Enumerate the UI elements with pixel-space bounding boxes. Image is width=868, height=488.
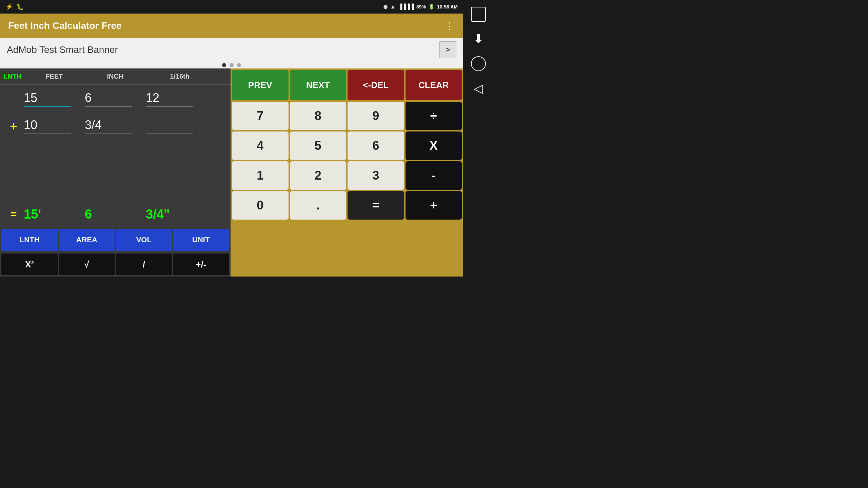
ad-content: AdMob Test Smart Banner > [0, 38, 463, 62]
time-display: 10:58 AM [437, 4, 458, 9]
ad-dot-1 [222, 63, 226, 67]
input-row-2: + 10 3/4 [0, 112, 231, 139]
nav-down-arrow-icon[interactable]: ⬇ [473, 32, 484, 46]
num-6-button[interactable]: 6 [348, 131, 404, 160]
row1-feet-field[interactable]: 15 [24, 91, 85, 108]
row2-feet-value: 10 [24, 118, 85, 134]
num-divide-button[interactable]: ÷ [406, 102, 462, 130]
numpad-row-789: 7 8 9 ÷ [232, 102, 462, 130]
app-title: Feet Inch Calculator Free [8, 20, 122, 31]
row1-sixteenth-field[interactable]: 12 [146, 91, 214, 108]
col-header-sixteenth: 1/16th [146, 73, 214, 80]
row2-inch-field[interactable]: 3/4 [85, 118, 146, 136]
column-headers: LNTH FEET INCH 1/16th [0, 68, 231, 85]
del-button[interactable]: <-DEL [348, 70, 404, 100]
ad-banner-section: AdMob Test Smart Banner > [0, 38, 463, 68]
row1-inch-value: 6 [85, 91, 146, 106]
num-7-button[interactable]: 7 [232, 102, 289, 130]
signal-icon: ▐▐▐▐ [398, 4, 414, 10]
math-plusminus-button[interactable]: +/- [173, 253, 230, 275]
input-area: LNTH FEET INCH 1/16th 15 6 12 [0, 68, 231, 277]
row2-sixteenth-underline [146, 134, 193, 134]
row2-inch-value: 3/4 [85, 118, 146, 134]
ad-dots [0, 62, 463, 68]
debug-icon: 🐛 [16, 3, 24, 11]
row1-operator [3, 106, 24, 108]
numpad-row-456: 4 5 6 X [232, 131, 462, 160]
col-header-inch: INCH [85, 73, 146, 80]
ad-dot-2 [230, 63, 234, 67]
math-buttons: X² √ / +/- [0, 252, 231, 277]
row2-inch-underline [85, 134, 132, 134]
spacer [0, 139, 231, 201]
clear-button[interactable]: CLEAR [406, 70, 462, 100]
mode-unit-button[interactable]: UNIT [173, 229, 230, 251]
nav-square-icon[interactable] [471, 7, 486, 22]
row1-inch-underline [85, 106, 132, 107]
math-sqrt-button[interactable]: √ [59, 253, 115, 275]
ad-text: AdMob Test Smart Banner [7, 44, 118, 55]
col-header-feet: FEET [24, 73, 85, 80]
status-right: ⊛ ▲ ▐▐▐▐ 89% 🔋 10:58 AM [383, 4, 458, 10]
ad-arrow-button[interactable]: > [439, 41, 456, 58]
col-header-lnth: LNTH [3, 73, 24, 80]
usb-icon: ⚡ [5, 3, 13, 11]
wifi-icon: ▲ [390, 4, 396, 10]
battery-icon: 🔋 [429, 4, 434, 9]
numpad-row-0eq: 0 . = + [232, 191, 462, 220]
num-0-button[interactable]: 0 [232, 191, 289, 220]
row1-sixteenth-underline [146, 106, 193, 107]
result-fraction: 3/4" [146, 207, 214, 222]
num-5-button[interactable]: 5 [290, 131, 347, 160]
input-row-1: 15 6 12 [0, 85, 231, 112]
row2-feet-field[interactable]: 10 [24, 118, 85, 136]
num-9-button[interactable]: 9 [348, 102, 404, 130]
mode-vol-button[interactable]: VOL [116, 229, 172, 251]
math-divide-button[interactable]: / [116, 253, 172, 275]
mode-area-button[interactable]: AREA [59, 229, 115, 251]
num-dot-button[interactable]: . [290, 191, 347, 220]
row1-feet-underline [24, 106, 71, 107]
result-feet: 15' [24, 207, 85, 222]
nav-circle-icon[interactable] [471, 56, 486, 71]
next-button[interactable]: NEXT [290, 70, 347, 100]
status-bar: ⚡ 🐛 ⊛ ▲ ▐▐▐▐ 89% 🔋 10:58 AM [0, 0, 463, 14]
row1-sixteenth-value: 12 [146, 91, 214, 106]
math-square-button[interactable]: X² [1, 253, 58, 275]
num-equals-button[interactable]: = [348, 191, 404, 220]
num-4-button[interactable]: 4 [232, 131, 289, 160]
status-left-icons: ⚡ 🐛 [5, 3, 24, 11]
mode-lnth-button[interactable]: LNTH [1, 229, 58, 251]
row2-operator: + [3, 119, 24, 136]
side-navigation: ⬇ ◁ [463, 0, 494, 277]
keypad-area: PREV NEXT <-DEL CLEAR 7 8 9 ÷ 4 5 6 X [231, 68, 463, 277]
prev-button[interactable]: PREV [232, 70, 289, 100]
num-3-button[interactable]: 3 [348, 161, 404, 190]
bluetooth-icon: ⊛ [383, 4, 388, 10]
num-multiply-button[interactable]: X [406, 131, 462, 160]
action-buttons-row: PREV NEXT <-DEL CLEAR [232, 70, 462, 100]
app-header: Feet Inch Calculator Free ⋮ [0, 14, 463, 38]
ad-dot-3 [237, 63, 241, 67]
num-1-button[interactable]: 1 [232, 161, 289, 190]
result-row: = 15' 6 3/4" [0, 201, 231, 228]
row2-sixteenth-field[interactable] [146, 132, 214, 136]
battery-percent: 89% [416, 4, 426, 9]
calculator-main: LNTH FEET INCH 1/16th 15 6 12 [0, 68, 463, 277]
nav-back-icon[interactable]: ◁ [474, 81, 483, 96]
num-subtract-button[interactable]: - [406, 161, 462, 190]
menu-button[interactable]: ⋮ [445, 20, 455, 32]
row1-inch-field[interactable]: 6 [85, 91, 146, 108]
num-2-button[interactable]: 2 [290, 161, 347, 190]
num-add-button[interactable]: + [406, 191, 462, 220]
numpad-row-123: 1 2 3 - [232, 161, 462, 190]
result-inch: 6 [85, 207, 146, 222]
num-8-button[interactable]: 8 [290, 102, 347, 130]
row2-feet-underline [24, 134, 71, 134]
mode-buttons: LNTH AREA VOL UNIT [0, 228, 231, 252]
equals-symbol: = [3, 208, 24, 221]
row1-feet-value: 15 [24, 91, 85, 106]
